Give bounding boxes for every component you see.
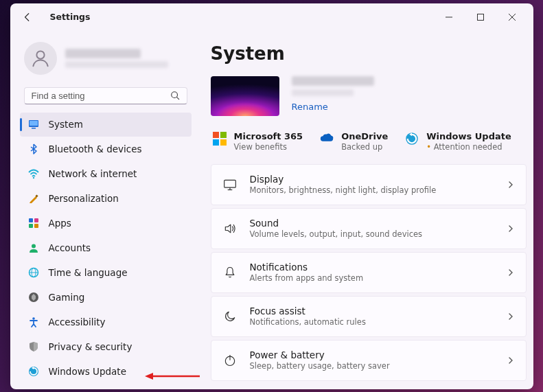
card-sub: Monitors, brightness, night light, displ… xyxy=(250,185,494,195)
focus-assist-icon xyxy=(222,310,238,323)
sidebar: System Bluetooth & devices Network & int… xyxy=(10,31,197,389)
profile-text xyxy=(65,49,168,68)
nav-item-windows-update[interactable]: Windows Update xyxy=(20,360,192,384)
svg-rect-13 xyxy=(34,224,38,228)
svg-point-14 xyxy=(32,244,36,249)
card-title: Focus assist xyxy=(250,305,494,316)
nav-item-label: Bluetooth & devices xyxy=(49,143,142,154)
card-focus-assist[interactable]: Focus assist Notifications, automatic ru… xyxy=(211,296,527,337)
search-icon xyxy=(170,91,180,100)
card-sub: Volume levels, output, input, sound devi… xyxy=(250,229,494,239)
nav-item-gaming[interactable]: Gaming xyxy=(20,286,192,310)
main-panel: System Rename Microsoft 365 View benefit… xyxy=(197,31,533,389)
update-status-icon xyxy=(404,131,419,146)
card-sub: Sleep, battery usage, battery saver xyxy=(250,361,494,371)
profile-name-redacted xyxy=(65,49,141,58)
time-language-icon xyxy=(28,267,39,278)
maximize-icon xyxy=(477,14,484,21)
svg-rect-22 xyxy=(224,180,235,187)
rename-link[interactable]: Rename xyxy=(292,102,374,112)
close-icon xyxy=(509,14,516,21)
nav-item-privacy[interactable]: Privacy & security xyxy=(20,335,192,359)
nav-item-bluetooth[interactable]: Bluetooth & devices xyxy=(20,137,192,161)
display-icon xyxy=(222,178,238,192)
profile-email-redacted xyxy=(65,61,168,68)
window-controls xyxy=(433,6,528,28)
person-icon xyxy=(30,48,51,69)
status-title: OneDrive xyxy=(341,131,388,141)
svg-point-3 xyxy=(171,92,177,98)
titlebar: Settings xyxy=(10,3,533,31)
card-power-battery[interactable]: Power & battery Sleep, battery usage, ba… xyxy=(211,340,527,381)
svg-rect-11 xyxy=(34,218,38,222)
card-title: Power & battery xyxy=(250,349,494,360)
settings-cards: Display Monitors, brightness, night ligh… xyxy=(211,164,527,381)
nav-item-system[interactable]: System xyxy=(20,113,192,137)
card-title: Sound xyxy=(250,218,494,229)
settings-window: Settings xyxy=(10,3,533,389)
nav-item-accessibility[interactable]: Accessibility xyxy=(20,310,192,334)
power-icon xyxy=(222,354,238,367)
device-section: Rename xyxy=(211,76,527,116)
minimize-icon xyxy=(446,14,452,21)
device-info: Rename xyxy=(292,76,374,112)
m365-icon xyxy=(212,131,227,146)
status-sub: Backed up xyxy=(341,142,388,152)
privacy-icon xyxy=(28,341,39,352)
chevron-right-icon xyxy=(507,356,515,365)
chevron-right-icon xyxy=(507,268,515,277)
profile-section[interactable] xyxy=(20,36,192,84)
nav-item-network[interactable]: Network & internet xyxy=(20,162,192,186)
card-sound[interactable]: Sound Volume levels, output, input, soun… xyxy=(211,208,527,249)
status-windows-update[interactable]: Windows Update Attention needed xyxy=(404,131,511,152)
status-title: Microsoft 365 xyxy=(234,131,303,141)
notifications-icon xyxy=(222,266,238,279)
svg-rect-7 xyxy=(32,128,36,129)
close-button[interactable] xyxy=(496,6,528,28)
content-area: System Bluetooth & devices Network & int… xyxy=(10,31,533,389)
accounts-icon xyxy=(28,242,39,253)
arrow-left-icon xyxy=(23,12,32,22)
maximize-button[interactable] xyxy=(465,6,496,28)
svg-rect-1 xyxy=(477,14,483,20)
minimize-button[interactable] xyxy=(433,6,465,28)
nav-item-apps[interactable]: Apps xyxy=(20,211,192,235)
svg-point-19 xyxy=(32,317,35,320)
nav-item-label: Time & language xyxy=(49,267,128,278)
svg-rect-6 xyxy=(30,121,38,126)
card-notifications[interactable]: Notifications Alerts from apps and syste… xyxy=(211,252,527,293)
device-thumbnail[interactable] xyxy=(211,76,279,116)
sound-icon xyxy=(222,222,238,235)
svg-point-2 xyxy=(36,51,44,58)
nav-item-label: Network & internet xyxy=(49,168,137,179)
windows-update-icon xyxy=(28,366,39,377)
accessibility-icon xyxy=(28,316,39,327)
status-onedrive[interactable]: OneDrive Backed up xyxy=(319,131,388,152)
nav-item-label: Personalization xyxy=(49,193,119,204)
status-m365[interactable]: Microsoft 365 View benefits xyxy=(212,131,303,152)
nav-item-label: Privacy & security xyxy=(49,341,132,352)
nav-item-time-language[interactable]: Time & language xyxy=(20,261,192,285)
search-input[interactable] xyxy=(32,91,170,101)
nav-item-personalization[interactable]: Personalization xyxy=(20,187,192,211)
nav-item-label: Apps xyxy=(49,218,71,229)
search-box[interactable] xyxy=(24,87,187,104)
nav-item-label: System xyxy=(49,119,83,130)
gaming-icon xyxy=(28,292,39,303)
card-title: Notifications xyxy=(250,262,494,273)
system-icon xyxy=(28,119,39,130)
device-name-redacted xyxy=(292,76,374,86)
chevron-right-icon xyxy=(507,312,515,321)
card-display[interactable]: Display Monitors, brightness, night ligh… xyxy=(211,164,527,205)
nav-list: System Bluetooth & devices Network & int… xyxy=(20,113,192,384)
back-button[interactable] xyxy=(21,12,34,22)
chevron-right-icon xyxy=(507,181,515,189)
status-sub: View benefits xyxy=(234,142,303,152)
onedrive-icon xyxy=(319,131,334,146)
bluetooth-icon xyxy=(28,143,39,154)
status-title: Windows Update xyxy=(426,131,511,141)
device-model-redacted xyxy=(292,89,354,96)
nav-item-accounts[interactable]: Accounts xyxy=(20,236,192,260)
nav-item-label: Gaming xyxy=(49,292,85,303)
card-title: Display xyxy=(250,174,494,185)
